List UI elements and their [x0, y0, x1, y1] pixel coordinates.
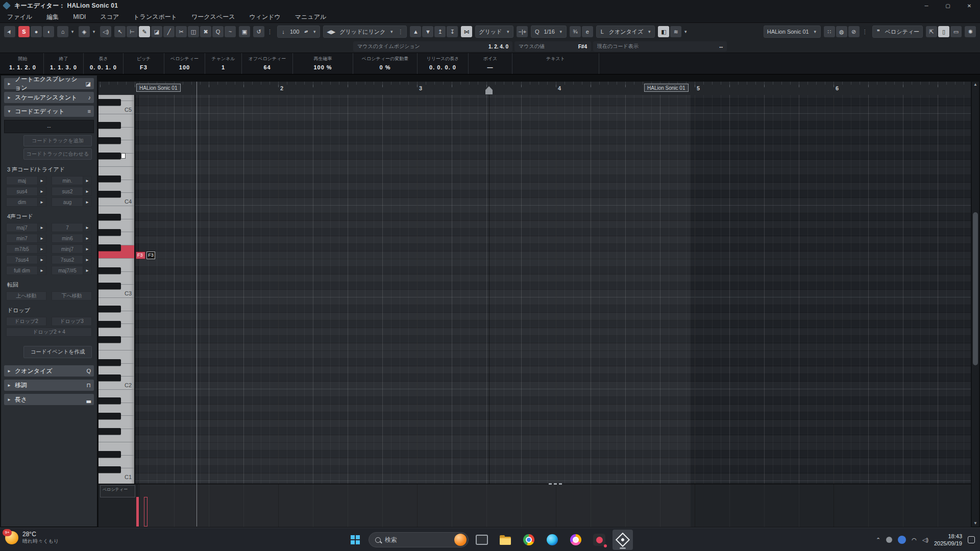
lane-divider-handle[interactable] [549, 483, 563, 485]
menu-item-6[interactable]: ワークスペース [191, 13, 235, 21]
transpose-down-button[interactable]: ▼ [422, 26, 433, 37]
triplet-button[interactable]: ¾ [570, 26, 581, 37]
velocity-bar[interactable] [136, 497, 139, 527]
midi-note-f3[interactable]: F3 [136, 252, 145, 259]
part-select-label[interactable]: HALion Sonic 01 [766, 26, 810, 37]
scroll-down-icon[interactable]: ▼ [972, 520, 979, 527]
black-key[interactable] [99, 451, 121, 458]
split-tool[interactable]: ✂ [176, 26, 187, 37]
drop-3-button[interactable]: ドロップ3 [52, 317, 92, 326]
tray-chevron-icon[interactable]: ⌃ [876, 537, 880, 543]
drop-2-4-button[interactable]: ドロップ2 + 4 [6, 328, 92, 337]
info-field-value[interactable]: ― [487, 64, 494, 70]
taskbar-search-box[interactable]: 検索 [369, 532, 469, 547]
black-key[interactable] [99, 321, 121, 328]
chord-flyout-icon[interactable]: ► [37, 223, 46, 232]
inspector-section-quantize[interactable]: ►クオンタイズQ [4, 365, 94, 377]
minimize-button[interactable]: ─ [916, 0, 937, 11]
taskbar-app-chrome[interactable] [519, 530, 539, 550]
iterative-quantize-button[interactable]: e [582, 26, 593, 37]
menu-item-4[interactable]: スコア [100, 13, 119, 21]
taskbar-app-windows-start[interactable] [345, 530, 365, 550]
black-key[interactable] [99, 137, 121, 144]
inspector-section-transpose[interactable]: ►移調⊓ [4, 380, 94, 391]
maximize-button[interactable]: ▢ [937, 0, 959, 11]
black-key[interactable] [99, 244, 121, 251]
info-field-value[interactable]: 0. 0. 1. 0 [90, 64, 117, 70]
trim-tool[interactable]: ⊢ [127, 26, 138, 37]
length-link-label[interactable]: グリッドにリンク [338, 26, 386, 37]
weather-widget[interactable]: 9+28°C晴れ時々くもり [5, 531, 59, 545]
black-key[interactable] [99, 336, 121, 343]
audition-button[interactable]: ◁) [100, 26, 111, 37]
quantize-value[interactable]: 1/16 [543, 26, 555, 37]
scrollbar-thumb[interactable] [973, 212, 978, 365]
curve-tool[interactable]: ~ [225, 26, 236, 37]
part-label-right[interactable]: HALion Sonic 01 [644, 84, 689, 92]
taskbar-app-screen-recorder[interactable] [589, 530, 609, 550]
inspector-section-length[interactable]: ►長さ▃ [4, 394, 94, 405]
chord-flyout-icon[interactable]: ► [83, 234, 91, 242]
note-expression-view-button[interactable]: ◈ [79, 26, 90, 37]
quantize-icon[interactable]: Q [533, 26, 541, 37]
search-highlight-icon[interactable] [454, 534, 467, 546]
solo-button[interactable]: S [18, 26, 30, 37]
chord-min6-button[interactable]: min6► [52, 234, 92, 243]
chord-maj7-5-button[interactable]: maj7/#5► [52, 266, 92, 275]
pin-tool-button[interactable]: ➤ [4, 26, 15, 37]
black-key[interactable] [99, 359, 121, 366]
part-label[interactable]: HALion Sonic 01 [136, 84, 181, 92]
length-quantize-dd[interactable]: ▾ [646, 26, 652, 37]
close-button[interactable]: ✕ [959, 0, 980, 11]
open-in-window-button[interactable]: ⇱ [926, 26, 937, 37]
notification-center-icon[interactable] [968, 536, 975, 543]
midi-input-button[interactable]: ≋ [670, 26, 681, 37]
scroll-up-icon[interactable]: ▲ [972, 82, 979, 88]
part-more-button[interactable]: ⋮ [861, 26, 869, 37]
chord-minj7-button[interactable]: minj7► [52, 244, 92, 254]
menu-item-3[interactable]: MIDI [73, 13, 86, 20]
part-select-dd[interactable]: ▾ [812, 26, 818, 37]
taskbar-app-chrome-canary[interactable] [566, 530, 586, 550]
right-zone-button[interactable]: ▭ [950, 26, 962, 37]
length-link-dd[interactable]: ▾ [388, 26, 395, 37]
piano-keyboard[interactable]: C5C4C3C2C1 [99, 95, 135, 484]
chord-7sus4-button[interactable]: 7sus4► [6, 255, 46, 264]
insert-velocity-value[interactable]: 100 [289, 26, 300, 37]
chord-flyout-icon[interactable]: ► [37, 198, 46, 206]
black-key[interactable] [99, 214, 121, 220]
inspector-section-scale-assistant[interactable]: ►スケールアシスタント♪ [4, 92, 94, 103]
line-tool[interactable]: ╱ [163, 26, 175, 37]
black-key[interactable] [99, 283, 121, 289]
playhead-handle[interactable] [485, 86, 493, 94]
loop-more-button[interactable]: ⋮ [265, 26, 274, 37]
menu-item-8[interactable]: マニュアル [295, 13, 326, 21]
move-bottom-button[interactable]: ↧ [447, 26, 458, 37]
chord-7-button[interactable]: 7► [52, 223, 92, 232]
menu-item-2[interactable]: 編集 [46, 13, 59, 21]
velocity-lane[interactable]: ベロシティー [99, 484, 971, 527]
chord-7sus2-button[interactable]: 7sus2► [52, 255, 92, 264]
glue-tool[interactable]: ◫ [188, 26, 199, 37]
black-key[interactable] [99, 153, 121, 159]
chord-flyout-icon[interactable]: ► [83, 245, 91, 253]
snap-type-button[interactable]: −|+ [517, 26, 528, 37]
event-colors-icon[interactable]: ❞ [875, 26, 882, 37]
search-input[interactable]: 検索 [385, 536, 397, 544]
taskbar-app-cubase[interactable] [612, 530, 633, 550]
chord-full-dim-button[interactable]: full dim► [6, 266, 46, 275]
velocity-bar-hollow[interactable] [144, 497, 148, 527]
black-key[interactable] [99, 176, 121, 182]
auto-select-dd[interactable]: ▾ [69, 26, 76, 37]
snap-button[interactable]: ⋈ [461, 26, 472, 37]
info-field-value[interactable]: 0. 0. 0. 0 [429, 64, 456, 70]
event-colors-label[interactable]: ベロシティー [884, 26, 920, 37]
create-chord-event-button[interactable]: コードイベントを作成 [23, 346, 92, 358]
black-key[interactable] [99, 99, 121, 106]
chord-m7-b5-button[interactable]: m7/b5► [6, 244, 46, 254]
length-quantize-icon[interactable]: L [599, 26, 606, 37]
transpose-up-button[interactable]: ▲ [410, 26, 421, 37]
independent-loop-button[interactable]: ↺ [253, 26, 264, 37]
black-key[interactable] [99, 397, 121, 404]
black-key[interactable] [99, 122, 121, 129]
